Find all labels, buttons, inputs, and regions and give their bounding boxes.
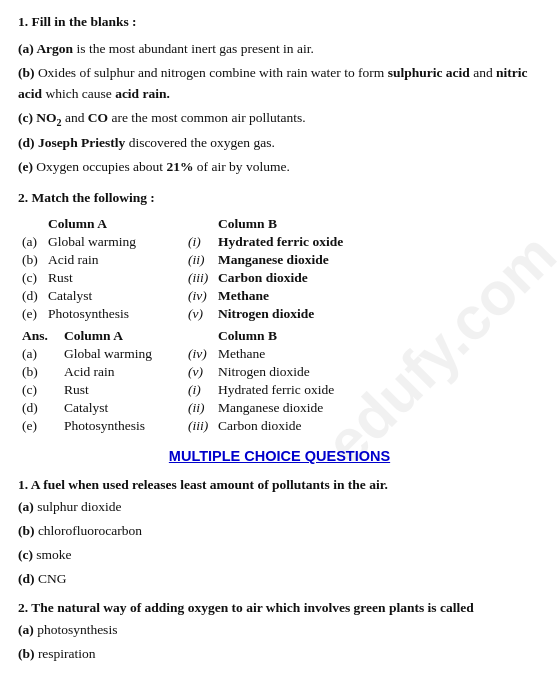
match-row: (e) Photosynthesis (v) Nitrogen dioxide	[18, 305, 541, 323]
match-num: (v)	[184, 305, 214, 323]
item-d-label: (d)	[18, 135, 38, 150]
item-a-label: (a)	[18, 41, 36, 56]
match-num: (iii)	[184, 269, 214, 287]
ans-row-num: (v)	[184, 363, 214, 381]
fill-item-b: (b) Oxides of sulphur and nitrogen combi…	[18, 63, 541, 105]
ans-row-label: (d)	[18, 399, 60, 417]
mcq-q1-opt-b: (b) chlorofluorocarbon	[18, 521, 541, 542]
match-label: (a)	[18, 233, 44, 251]
ans-label-cell: Ans.	[18, 327, 60, 345]
ans-row-num: (iii)	[184, 417, 214, 435]
ans-row-num: (i)	[184, 381, 214, 399]
fill-item-d: (d) Joseph Priestly discovered the oxyge…	[18, 133, 541, 154]
match-col-b: Manganese dioxide	[214, 251, 541, 269]
ans-row-col-b: Manganese dioxide	[214, 399, 541, 417]
ans-row-col-a: Acid rain	[60, 363, 184, 381]
section1-block: 1. Fill in the blanks : (a) Argon is the…	[18, 12, 541, 178]
match-num: (iv)	[184, 287, 214, 305]
ans-row-col-a: Rust	[60, 381, 184, 399]
item-b-label: (b)	[18, 65, 38, 80]
match-col-b: Methane	[214, 287, 541, 305]
match-num: (ii)	[184, 251, 214, 269]
ans-row-col-b: Hydrated ferric oxide	[214, 381, 541, 399]
item-e-label: (e)	[18, 159, 36, 174]
fill-item-c: (c) NO2 and CO are the most common air p…	[18, 108, 541, 130]
ans-row-col-b: Nitrogen dioxide	[214, 363, 541, 381]
mcq-block: MULTIPLE CHOICE QUESTIONS 1. A fuel when…	[18, 445, 541, 666]
ans-row: (b) Acid rain (v) Nitrogen dioxide	[18, 363, 541, 381]
item-c-no2: NO2	[36, 110, 61, 125]
section2-block: 2. Match the following : Column A Column…	[18, 188, 541, 435]
ans-row-label: (a)	[18, 345, 60, 363]
ans-row-col-a: Global warming	[60, 345, 184, 363]
item-a-argon: Argon	[36, 41, 73, 56]
match-row: (a) Global warming (i) Hydrated ferric o…	[18, 233, 541, 251]
match-label: (e)	[18, 305, 44, 323]
ans-row: (d) Catalyst (ii) Manganese dioxide	[18, 399, 541, 417]
section1-title: 1. Fill in the blanks :	[18, 12, 541, 33]
ans-row-label: (e)	[18, 417, 60, 435]
match-col-a: Rust	[44, 269, 184, 287]
mcq-q1: 1. A fuel when used releases least amoun…	[18, 475, 541, 590]
ans-row-col-b: Carbon dioxide	[214, 417, 541, 435]
ans-col-a-title: Column A	[60, 327, 184, 345]
item-a-text: is the most abundant inert gas present i…	[73, 41, 314, 56]
section2-title: 2. Match the following :	[18, 188, 541, 209]
ans-row-label: (b)	[18, 363, 60, 381]
mcq-q2: 2. The natural way of adding oxygen to a…	[18, 598, 541, 665]
ans-col-b-title: Column B	[214, 327, 541, 345]
mcq-q2-opt-b: (b) respiration	[18, 644, 541, 665]
match-row: (d) Catalyst (iv) Methane	[18, 287, 541, 305]
fill-item-e: (e) Oxygen occupies about 21% of air by …	[18, 157, 541, 178]
match-col-a: Global warming	[44, 233, 184, 251]
match-row: (c) Rust (iii) Carbon dioxide	[18, 269, 541, 287]
match-table: Column A Column B (a) Global warming (i)…	[18, 215, 541, 323]
match-col-a: Photosynthesis	[44, 305, 184, 323]
match-label: (b)	[18, 251, 44, 269]
match-col-b: Nitrogen dioxide	[214, 305, 541, 323]
ans-col-b-num-header	[184, 327, 214, 345]
mcq-q1-opt-c: (c) smoke	[18, 545, 541, 566]
match-col-a: Acid rain	[44, 251, 184, 269]
mcq-q1-opt-d: (d) CNG	[18, 569, 541, 590]
match-label: (d)	[18, 287, 44, 305]
ans-row-num: (ii)	[184, 399, 214, 417]
mcq-q2-opt-a: (a) photosynthesis	[18, 620, 541, 641]
col-a-header	[18, 215, 44, 233]
item-e-text: Oxygen occupies about 21% of air by volu…	[36, 159, 289, 174]
col-a-title: Column A	[44, 215, 184, 233]
item-c-label: (c)	[18, 110, 36, 125]
ans-row-col-a: Photosynthesis	[60, 417, 184, 435]
match-col-b: Hydrated ferric oxide	[214, 233, 541, 251]
item-d-name: Joseph Priestly	[38, 135, 125, 150]
item-d-text: discovered the oxygen gas.	[125, 135, 275, 150]
match-col-b: Carbon dioxide	[214, 269, 541, 287]
ans-table: Ans. Column A Column B (a) Global warmin…	[18, 327, 541, 435]
match-label: (c)	[18, 269, 44, 287]
match-row: (b) Acid rain (ii) Manganese dioxide	[18, 251, 541, 269]
mcq-title: MULTIPLE CHOICE QUESTIONS	[18, 445, 541, 467]
item-c-co: CO	[88, 110, 108, 125]
ans-row: (e) Photosynthesis (iii) Carbon dioxide	[18, 417, 541, 435]
item-c-text: are the most common air pollutants.	[108, 110, 306, 125]
fill-item-a: (a) Argon is the most abundant inert gas…	[18, 39, 541, 60]
match-num: (i)	[184, 233, 214, 251]
ans-row: (c) Rust (i) Hydrated ferric oxide	[18, 381, 541, 399]
item-b-text1: Oxides of sulphur and nitrogen combine w…	[18, 65, 528, 101]
item-c-and: and	[62, 110, 88, 125]
col-b-title: Column B	[214, 215, 541, 233]
mcq-q1-opt-a: (a) sulphur dioxide	[18, 497, 541, 518]
ans-block: Ans. Column A Column B (a) Global warmin…	[18, 327, 541, 435]
ans-row-num: (iv)	[184, 345, 214, 363]
mcq-q2-text: 2. The natural way of adding oxygen to a…	[18, 598, 541, 618]
ans-row-label: (c)	[18, 381, 60, 399]
ans-row-col-a: Catalyst	[60, 399, 184, 417]
match-col-a: Catalyst	[44, 287, 184, 305]
ans-row: (a) Global warming (iv) Methane	[18, 345, 541, 363]
mcq-q1-text: 1. A fuel when used releases least amoun…	[18, 475, 541, 495]
col-b-num-header	[184, 215, 214, 233]
ans-row-col-b: Methane	[214, 345, 541, 363]
